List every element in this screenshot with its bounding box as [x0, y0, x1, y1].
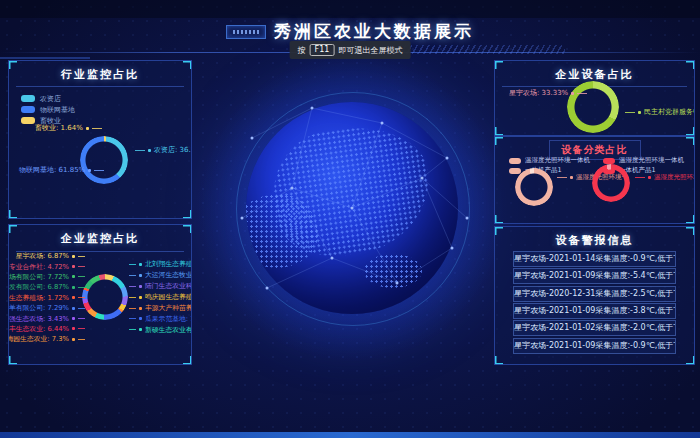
- chart-label: 丰源大产种苗养殖场: 1.: [129, 303, 192, 314]
- chart-label: 上华生态养殖场: 1.72%: [11, 293, 85, 303]
- chart-label: 星宇农场: 6.87%: [11, 251, 85, 261]
- page-title: 秀洲区农业大数据展示: [274, 20, 474, 43]
- enterprise-labels-left: 星宇农场: 6.87% 幸福肉鸽专业合作社: 4.72% 家庭农场有限公司: 7…: [11, 251, 85, 345]
- legend-label: 农资店: [40, 94, 61, 104]
- chart-callout-iot-base: 物联网基地: 61.85%: [19, 165, 104, 175]
- panel-title: 企业监控占比: [9, 231, 191, 246]
- chart-label: 家庭农场有限公司: 7.72%: [11, 272, 85, 282]
- chart-label: 国邦发有限公司: 6.87%: [11, 282, 85, 292]
- legend-item[interactable]: 物联网基地: [21, 104, 75, 115]
- chart-label: 幸福肉鸽专业合作社: 4.72%: [11, 261, 85, 271]
- enterprise-labels-right: 北刘翔生态养殖: 11.36% 大运河生态牧业有限责任公 陆门生态农业科技有限公…: [129, 259, 192, 335]
- tooltip-suffix: 即可退出全屏模式: [338, 45, 402, 56]
- class-right-donut-chart[interactable]: [592, 164, 630, 202]
- alarm-row: 星宇农场-2021-01-09采集温度:-3.8℃,低于下限:0℃: [513, 303, 676, 319]
- chart-label: 大运河生态牧业有限责任公: [129, 270, 192, 281]
- industry-monitor-panel: 行业监控占比 农资店 物联网基地 畜牧业 畜牧业: 1.64% 农资店: 36.…: [8, 60, 192, 219]
- legend-swatch: [21, 117, 35, 124]
- legend-label: 温湿度光照环境一体机: [619, 156, 684, 165]
- alarm-row: 星宇农场-2021-01-09采集温度:-0.9℃,低于下限:0℃: [513, 338, 676, 354]
- alarm-row: 星宇农场-2021-01-02采集温度:-2.0℃,低于下限:0℃: [513, 320, 676, 336]
- chart-label: 瓜果示范基地: 15.02%: [129, 313, 192, 324]
- header-accent-line: [0, 57, 90, 59]
- chart-callout-minzhu: 民主村党群服务中心:: [625, 107, 695, 117]
- alarm-row: 星宇农场-2020-12-31采集温度:-2.5℃,低于下限:0℃: [513, 286, 676, 302]
- legend-swatch: [509, 168, 521, 174]
- device-ratio-panel: 企业设备占比 星宇农场: 33.33% 民主村党群服务中心:: [494, 60, 695, 136]
- tooltip-prefix: 按: [298, 45, 306, 56]
- top-band: [0, 0, 700, 18]
- panel-title: 设备警报信息: [495, 233, 694, 248]
- industry-legend: 农资店 物联网基地 畜牧业: [21, 93, 75, 126]
- chart-label: 北刘翔生态养殖: 11.36%: [129, 259, 192, 270]
- panel-title: 行业监控占比: [9, 67, 191, 82]
- chart-label: 新硕生态农业有限公司: 6.87%: [129, 324, 192, 335]
- enterprise-donut-chart[interactable]: [82, 274, 128, 320]
- globe-network: [222, 78, 482, 338]
- legend-swatch: [21, 95, 35, 102]
- legend-label: 物联网基地: [40, 105, 75, 115]
- legend-item[interactable]: 农资店: [21, 93, 75, 104]
- chart-label: 鸣庆园生态养殖: 4.29%: [129, 292, 192, 303]
- legend-label: 温湿度光照环境一体机: [525, 156, 590, 165]
- panel-title: 企业设备占比: [495, 67, 694, 82]
- alarm-row: 星宇农场-2021-01-14采集温度:-0.9℃,低于下限:0℃: [513, 251, 676, 267]
- chart-callout-agri-store: 农资店: 36.51%: [135, 145, 192, 155]
- chart-label: 陆门生态农业科技有限公: [129, 281, 192, 292]
- dashboard: 秀洲区农业大数据展示 按 F11 即可退出全屏模式 行业监控占比 农资店 物联网…: [0, 0, 700, 438]
- alarm-panel: 设备警报信息 星宇农场-2021-01-14采集温度:-0.9℃,低于下限:0℃…: [494, 226, 695, 365]
- legend-item[interactable]: 温湿度光照环境一体机: [509, 156, 590, 165]
- chart-label: 红梅园生态农业: 7.3%: [11, 334, 85, 344]
- chart-callout-livestock: 畜牧业: 1.64%: [35, 123, 102, 133]
- chart-label: 李强生态农场: 3.43%: [11, 313, 85, 323]
- chart-callout-xingyu: 星宇农场: 33.33%: [509, 88, 587, 98]
- legend-swatch: [21, 106, 35, 113]
- legend-swatch: [603, 158, 615, 164]
- f11-keycap: F11: [310, 44, 335, 56]
- logo-badge: [226, 25, 266, 39]
- chart-label: 中石羊有限公司: 7.29%: [11, 303, 85, 313]
- legend-swatch: [509, 158, 521, 164]
- panel-title-divider: [16, 86, 184, 87]
- industry-donut-chart[interactable]: [80, 136, 128, 184]
- class-left-donut-chart[interactable]: [515, 168, 553, 206]
- device-class-panel: 设备分类占比 温湿度光照环境一体机 一体机产品1 温湿度光照环境一 温湿度光照环…: [494, 136, 695, 224]
- alarm-row: 星宇农场-2021-01-09采集温度:-5.4℃,低于下限:0℃: [513, 268, 676, 284]
- header: 秀洲区农业大数据展示: [0, 20, 700, 43]
- fullscreen-tooltip: 按 F11 即可退出全屏模式: [290, 41, 411, 59]
- enterprise-monitor-panel: 企业监控占比 星宇农场: 6.87% 幸福肉鸽专业合作社: 4.72% 家庭农场…: [8, 224, 192, 365]
- chart-label: 仁丰生态农业: 6.44%: [11, 324, 85, 334]
- bottom-bar: [0, 432, 700, 438]
- class-right-callout: 温湿度光照环境一: [635, 173, 695, 182]
